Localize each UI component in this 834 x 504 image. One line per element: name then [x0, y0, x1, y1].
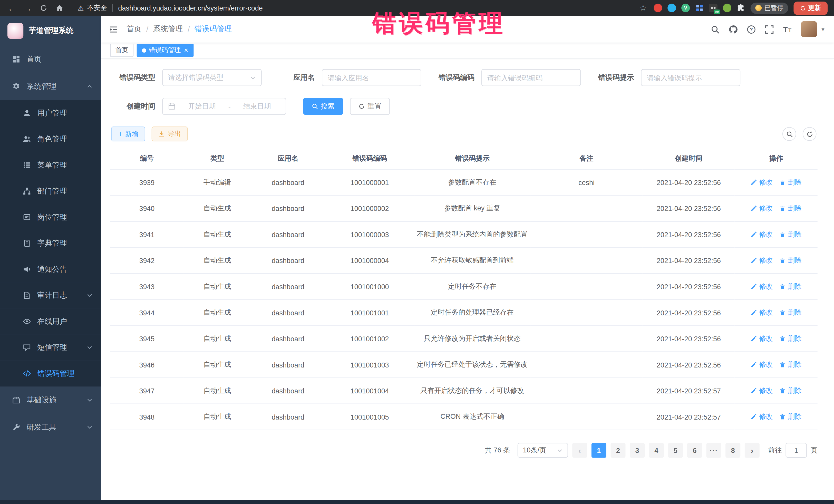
error-type-select[interactable]: 请选择错误码类型 [162, 69, 262, 86]
sidebar-item-error-code[interactable]: 错误码管理 [0, 360, 101, 387]
sidebar-item-notice[interactable]: 通知公告 [0, 256, 101, 283]
paused-label: 已暂停 [764, 3, 784, 12]
sidebar-item-dept[interactable]: 部门管理 [0, 178, 101, 204]
extensions-puzzle-icon[interactable] [737, 4, 745, 12]
edit-link[interactable]: 修改 [751, 256, 773, 265]
export-button[interactable]: 导出 [152, 127, 188, 141]
sidebar-item-audit-log[interactable]: 审计日志 [0, 282, 101, 308]
sidebar-item-user[interactable]: 用户管理 [0, 100, 101, 126]
collapse-sidebar-icon[interactable] [109, 25, 118, 34]
search-icon[interactable] [711, 25, 720, 34]
page-button-6[interactable]: 6 [687, 443, 702, 458]
delete-link[interactable]: 删除 [780, 412, 802, 422]
extension-drop-icon[interactable] [667, 4, 676, 12]
help-icon[interactable]: ? [747, 25, 756, 34]
pagination-ellipsis[interactable]: ··· [706, 443, 721, 458]
delete-link[interactable]: 删除 [780, 360, 802, 370]
sidebar-item-role[interactable]: 角色管理 [0, 126, 101, 152]
font-size-icon[interactable]: TT [783, 25, 792, 34]
breadcrumb-item[interactable]: 首页 [127, 24, 141, 34]
date-range-picker[interactable]: 开始日期 - 结束日期 [162, 98, 286, 115]
page-button-5[interactable]: 5 [668, 443, 683, 458]
delete-link[interactable]: 删除 [780, 256, 802, 265]
forward-icon[interactable]: → [22, 3, 33, 13]
error-code-input[interactable] [481, 69, 581, 86]
delete-link[interactable]: 删除 [780, 308, 802, 317]
extension-paw-icon[interactable] [723, 4, 731, 12]
back-icon[interactable]: ← [6, 3, 17, 13]
sidebar-item-infra[interactable]: 基础设施 [0, 387, 101, 414]
tab-home[interactable]: 首页 [110, 44, 133, 57]
page-button-3[interactable]: 3 [630, 443, 644, 458]
address-bar[interactable]: dashboard.yudao.iocoder.cn/system/error-… [118, 4, 263, 12]
edit-link[interactable]: 修改 [751, 308, 773, 317]
edit-link[interactable]: 修改 [751, 334, 773, 343]
extension-vue-icon[interactable]: V [681, 4, 690, 12]
extension-red-icon[interactable] [654, 4, 662, 12]
breadcrumb-item[interactable]: 系统管理 [153, 24, 183, 34]
reset-button[interactable]: 重置 [350, 98, 390, 115]
page-button-8[interactable]: 8 [725, 443, 740, 458]
edit-link[interactable]: 修改 [751, 386, 773, 395]
paused-badge[interactable]: 已暂停 [751, 2, 788, 14]
sidebar-item-dict[interactable]: 字典管理 [0, 230, 101, 256]
page-button-4[interactable]: 4 [649, 443, 664, 458]
table-row: 3946自动生成dashboard1001001003定时任务已经处于该状态，无… [110, 352, 817, 378]
delete-link[interactable]: 删除 [780, 386, 802, 395]
sidebar-item-sms[interactable]: 短信管理 [0, 334, 101, 360]
sidebar-item-home[interactable]: 首页 [0, 46, 101, 73]
edit-icon [751, 179, 757, 185]
search-button[interactable]: 搜索 [303, 98, 343, 115]
breadcrumb-item[interactable]: 错误码管理 [195, 24, 232, 34]
extension-tampermonkey-icon[interactable]: on [709, 4, 718, 12]
edit-link[interactable]: 修改 [751, 360, 773, 370]
sidebar-item-dev-tool[interactable]: 研发工具 [0, 414, 101, 441]
user-avatar[interactable] [801, 21, 817, 37]
security-chip[interactable]: ⚠ 不安全 [78, 3, 107, 12]
edit-link[interactable]: 修改 [751, 203, 773, 213]
pagination: 共 76 条 10条/页 ‹ 123456···8 › 前往 页 [110, 443, 817, 458]
update-button[interactable]: 更新 [793, 1, 828, 15]
bookmark-star-icon[interactable]: ☆ [638, 3, 648, 13]
sidebar-item-post[interactable]: 岗位管理 [0, 204, 101, 231]
end-date-placeholder: 结束日期 [234, 102, 280, 111]
delete-link[interactable]: 删除 [780, 334, 802, 343]
delete-link[interactable]: 删除 [780, 282, 802, 291]
delete-link[interactable]: 删除 [780, 178, 802, 187]
caret-down-icon[interactable]: ▾ [821, 26, 824, 32]
edit-link[interactable]: 修改 [751, 282, 773, 291]
github-icon[interactable] [729, 25, 738, 34]
page-button-2[interactable]: 2 [611, 443, 626, 458]
add-button[interactable]: + 新增 [111, 127, 145, 141]
home-icon[interactable] [54, 3, 65, 13]
page-size-select[interactable]: 10条/页 [518, 443, 568, 458]
edit-link[interactable]: 修改 [751, 230, 773, 239]
extension-grid-icon[interactable] [695, 4, 704, 12]
reload-icon[interactable] [38, 3, 49, 13]
toggle-search-button[interactable] [783, 127, 796, 141]
tab-error-code[interactable]: 错误码管理× [137, 44, 194, 57]
cell-app: dashboard [251, 221, 325, 248]
sidebar-item-menu[interactable]: 菜单管理 [0, 152, 101, 178]
refresh-table-button[interactable] [803, 127, 816, 141]
fullscreen-icon[interactable] [765, 25, 774, 34]
prev-page-button[interactable]: ‹ [572, 443, 587, 458]
next-page-button[interactable]: › [745, 443, 760, 458]
app-logo[interactable]: 芋道管理系统 [0, 16, 101, 46]
app-name-input[interactable] [322, 69, 421, 86]
delete-link[interactable]: 删除 [780, 230, 802, 239]
table-row: 3939手动编辑dashboard1001000001参数配置不存在ceshi2… [110, 169, 817, 196]
page-button-1[interactable]: 1 [592, 443, 607, 458]
edit-link[interactable]: 修改 [751, 412, 773, 422]
cell-created: 2021-04-20 23:52:56 [643, 247, 735, 273]
close-icon[interactable]: × [184, 47, 188, 53]
edit-link[interactable]: 修改 [751, 178, 773, 187]
goto-page: 前往 页 [768, 443, 817, 458]
sidebar-item-system[interactable]: 系统管理 [0, 73, 101, 100]
chevron-down-icon [250, 75, 256, 81]
delete-link[interactable]: 删除 [780, 203, 802, 213]
sidebar-item-online-user[interactable]: 在线用户 [0, 308, 101, 335]
cell-id: 3940 [110, 195, 184, 221]
goto-page-input[interactable] [786, 443, 807, 458]
error-hint-input[interactable] [641, 69, 741, 86]
